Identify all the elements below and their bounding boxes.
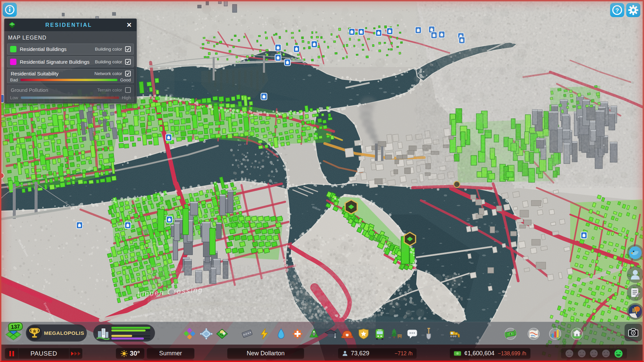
svg-text:?: ? bbox=[615, 7, 619, 14]
